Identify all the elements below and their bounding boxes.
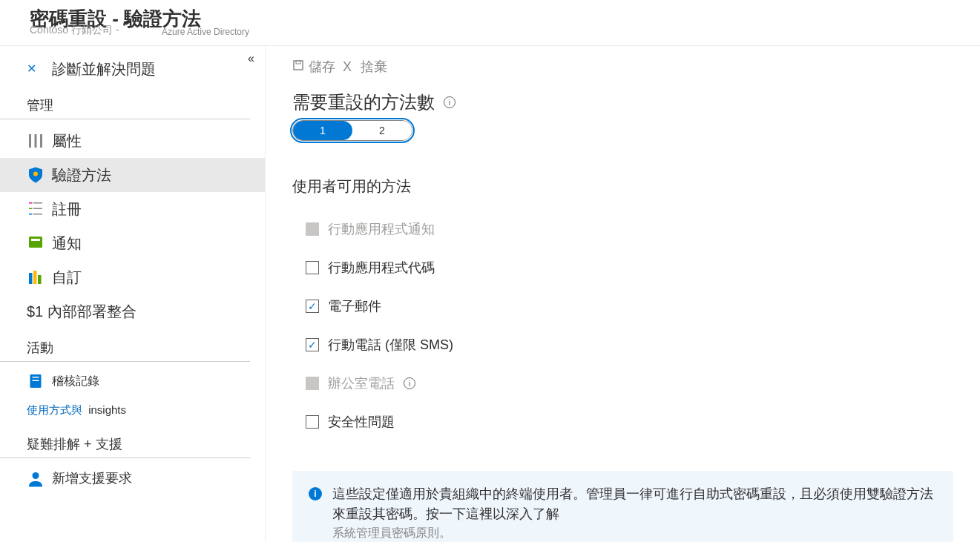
method-email[interactable]: ✓ 電子郵件 [292,287,953,325]
sidebar-label: 稽核記錄 [52,372,99,390]
available-methods-title: 使用者可用的方法 [292,176,953,196]
discard-label: 捨棄 [361,58,387,76]
sidebar-item-customization[interactable]: 自訂 [0,260,265,294]
svg-rect-17 [33,380,39,382]
sidebar-item-audit[interactable]: 稽核記錄 [0,366,265,396]
svg-rect-2 [40,134,42,148]
info-banner: i 這些設定僅適用於貴組織中的終端使用者。管理員一律可進行自助式密碼重設，且必須… [292,471,953,542]
svg-point-18 [33,472,39,479]
page-header: 密碼重設 - 驗證方法 Contoso 行銷公司 - Azure Active … [0,0,980,46]
sidebar-item-properties[interactable]: 屬性 [0,124,265,158]
save-label: 儲存 [309,58,335,76]
info-icon[interactable]: i [404,377,415,389]
audit-log-icon [27,374,45,389]
method-label: 辦公室電話 [328,374,395,392]
notification-icon [27,236,45,251]
save-button[interactable]: 儲存 [292,58,335,76]
sidebar-section-activity: 活動 [0,328,250,362]
checklist-icon [27,202,45,217]
banner-text[interactable]: 這些設定僅適用於貴組織中的終端使用者。管理員一律可進行自助式密碼重設，且必須使用… [332,484,937,524]
toggle-option-2[interactable]: 2 [352,121,412,140]
checkbox-office-phone [306,377,319,390]
sidebar-label: 自訂 [52,266,82,288]
discard-button[interactable]: X 捨棄 [343,58,387,76]
sidebar-item-registration[interactable]: 註冊 [0,192,265,226]
setting-title-text: 需要重設的方法數 [292,90,435,114]
toggle-option-1[interactable]: 1 [293,121,352,140]
method-app-code[interactable]: 行動應用程式代碼 [292,248,953,287]
main-content: 儲存 X 捨棄 需要重設的方法數 i 1 2 使用者可用的方法 行動應用程式通知 [266,46,980,542]
method-mobile-phone[interactable]: ✓ 行動電話 (僅限 SMS) [292,325,953,364]
svg-rect-19 [294,61,303,70]
svg-rect-12 [29,273,33,284]
sidebar-item-diagnose[interactable]: ✕ 診斷並解決問題 [0,52,265,86]
svg-rect-4 [29,202,33,204]
svg-rect-6 [29,208,33,210]
toolbar: 儲存 X 捨棄 [266,46,980,83]
sidebar-item-onprem[interactable]: $1 內部部署整合 [0,294,265,328]
checkbox-mobile-phone[interactable]: ✓ [306,338,319,351]
collapse-sidebar-icon[interactable]: « [248,52,254,65]
sidebar-label: 通知 [52,232,82,254]
sidebar-item-auth-methods[interactable]: 驗證方法 [0,158,265,192]
svg-rect-7 [33,208,42,210]
method-label: 行動應用程式通知 [328,220,435,238]
discard-icon: X [343,59,352,75]
svg-rect-8 [29,214,33,215]
method-label: 安全性問題 [328,413,395,431]
sidebar-section-trouble: 疑難排解 + 支援 [0,425,250,458]
sidebar-label: 診斷並解決問題 [52,58,156,80]
sidebar-label: 註冊 [52,198,82,220]
sidebar-label: 屬性 [52,130,82,152]
method-label: 電子郵件 [328,297,381,315]
svg-rect-9 [33,214,42,215]
customization-icon [27,270,45,285]
sidebar-item-usage-insights[interactable]: 使用方式與 insights [0,396,265,425]
service-name: Azure Active Directory [162,27,249,37]
shield-icon [27,168,45,182]
org-name: Contoso 行銷公司 - [30,24,119,37]
support-person-icon [27,472,45,486]
svg-point-3 [33,172,38,176]
checkbox-app-notification [306,222,319,236]
usage-link-b: insights [88,403,126,416]
usage-link-a: 使用方式與 [27,403,82,416]
sidebar-item-new-support[interactable]: 新增支援要求 [0,463,265,495]
svg-rect-5 [33,202,42,204]
sidebar: « ✕ 診斷並解決問題 管理 屬性 驗證方法 註冊 [0,46,266,542]
sidebar-label: 驗證方法 [52,164,111,186]
method-label: 行動電話 (僅限 SMS) [328,336,453,354]
checkbox-email[interactable]: ✓ [306,300,319,313]
setting-methods-count-title: 需要重設的方法數 i [292,90,953,114]
wrench-icon: ✕ [27,62,45,76]
svg-rect-10 [29,237,42,248]
save-icon [292,59,304,75]
info-icon[interactable]: i [444,96,456,108]
svg-rect-13 [33,271,37,284]
svg-rect-16 [33,377,39,378]
sidebar-section-manage: 管理 [0,86,250,119]
checkbox-security-questions[interactable] [306,415,319,429]
svg-rect-1 [35,134,37,148]
sidebar-label: $1 內部部署整合 [27,300,137,323]
sidebar-label: 新增支援要求 [52,469,132,489]
svg-rect-0 [29,134,31,148]
info-icon: i [309,487,322,500]
sidebar-item-notifications[interactable]: 通知 [0,226,265,260]
method-office-phone: 辦公室電話 i [292,364,953,403]
method-app-notification: 行動應用程式通知 [292,210,953,248]
properties-icon [27,133,45,148]
banner-subtext: 系統管理員密碼原則。 [332,524,937,542]
methods-count-toggle[interactable]: 1 2 [292,120,412,141]
method-label: 行動應用程式代碼 [328,259,435,277]
method-security-questions[interactable]: 安全性問題 [292,403,953,441]
svg-rect-11 [31,239,40,241]
checkbox-app-code[interactable] [306,261,319,274]
svg-rect-14 [38,275,42,284]
